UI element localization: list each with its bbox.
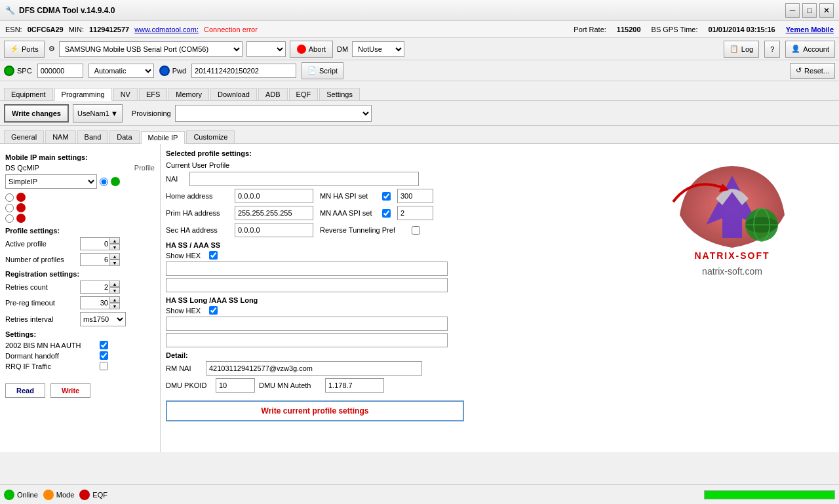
dormant-checkbox[interactable] — [100, 351, 108, 360]
extra-select[interactable] — [246, 41, 286, 57]
hex-input-2[interactable] — [166, 278, 448, 292]
sec-ha-input[interactable] — [235, 223, 313, 237]
num-profiles-up[interactable]: ▲ — [109, 253, 120, 260]
info-bar-right: Port Rate: 115200 BS GPS Time: 01/01/201… — [574, 26, 834, 33]
hex-input-3[interactable] — [166, 317, 448, 331]
subtab-mobileip[interactable]: Mobile IP — [141, 131, 185, 144]
mn-aaa-spi-checkbox[interactable] — [382, 209, 391, 218]
minimize-button[interactable]: ─ — [785, 3, 800, 18]
subtab-band[interactable]: Band — [77, 130, 109, 143]
help-button[interactable]: ? — [764, 41, 780, 58]
rm-nai-input[interactable] — [206, 361, 422, 376]
tab-adb[interactable]: ADB — [258, 88, 288, 100]
hex-input-1[interactable] — [166, 262, 448, 276]
radio-row-1 — [5, 193, 155, 202]
rm-nai-row: RM NAI — [166, 361, 631, 376]
pre-reg-input[interactable] — [80, 296, 109, 309]
profile-radio-2[interactable] — [5, 193, 14, 202]
active-profile-down[interactable]: ▼ — [109, 244, 120, 250]
reset-button[interactable]: ↺ Reset... — [790, 63, 835, 79]
bs-gps-label: BS GPS Time: — [652, 26, 698, 33]
usenam-button[interactable]: UseNam1 ▼ — [73, 104, 123, 123]
dmu-pkoid-input[interactable] — [216, 378, 255, 393]
read-button[interactable]: Read — [5, 383, 45, 398]
num-profiles-label: Number of profiles — [5, 256, 77, 263]
retries-count-down[interactable]: ▼ — [109, 287, 120, 294]
pwd-input[interactable] — [191, 64, 296, 78]
current-profile-label: Current User Profile — [166, 161, 238, 169]
tab-download[interactable]: Download — [210, 88, 257, 100]
active-profile-up[interactable]: ▲ — [109, 237, 120, 244]
website-link[interactable]: www.cdmatool.com: — [134, 26, 199, 33]
active-profile-spinner[interactable]: ▲ ▼ — [80, 237, 120, 250]
pre-reg-down[interactable]: ▼ — [109, 303, 120, 309]
pre-reg-spinner[interactable]: ▲ ▼ — [80, 296, 120, 309]
retries-count-input[interactable] — [80, 281, 109, 294]
account-button[interactable]: 👤 Account — [785, 41, 835, 58]
num-profiles-spinner[interactable]: ▲ ▼ — [80, 253, 120, 266]
retries-count-spinner[interactable]: ▲ ▼ — [80, 281, 120, 294]
app-title: DFS CDMA Tool v.14.9.4.0 — [19, 6, 115, 15]
home-address-row: Home address MN HA SPI set — [166, 189, 631, 203]
window-controls[interactable]: ─ □ ✕ — [785, 3, 834, 18]
profile-radio-4[interactable] — [5, 214, 14, 223]
nai-input[interactable] — [189, 172, 419, 186]
write-profile-button[interactable]: Write current profile settings — [166, 400, 464, 421]
script-button[interactable]: 📄 Script — [302, 62, 343, 79]
rev-tun-checkbox[interactable] — [412, 226, 420, 235]
write-button[interactable]: Write — [50, 383, 90, 398]
show-hex-checkbox-1[interactable] — [209, 251, 218, 260]
subtab-customize[interactable]: Customize — [186, 130, 235, 143]
natrix-logo — [667, 163, 798, 248]
num-profiles-down[interactable]: ▼ — [109, 260, 120, 266]
rrq-checkbox[interactable] — [100, 362, 108, 370]
dmu-mn-auteth-input[interactable] — [325, 378, 384, 393]
profile-radio-1[interactable] — [100, 178, 108, 186]
ports-button[interactable]: ⚡ Ports — [4, 41, 45, 58]
subtab-data[interactable]: Data — [109, 130, 139, 143]
retries-count-up[interactable]: ▲ — [109, 281, 120, 287]
provisioning-select[interactable] — [175, 105, 372, 122]
show-hex-checkbox-2[interactable] — [209, 306, 218, 315]
tab-programming[interactable]: Programming — [54, 88, 112, 101]
pre-reg-up[interactable]: ▲ — [109, 296, 120, 303]
left-panel: Mobile IP main settings: DS QcMIP Profil… — [0, 144, 161, 452]
tab-memory[interactable]: Memory — [168, 88, 209, 100]
home-addr-input[interactable] — [235, 189, 313, 203]
profile-radio-3[interactable] — [5, 204, 14, 212]
carrier-link[interactable]: Yemen Mobile — [786, 26, 834, 33]
maximize-button[interactable]: □ — [802, 3, 817, 18]
automatic-select[interactable]: Automatic — [88, 64, 154, 78]
mn-ha-spi-input[interactable] — [397, 189, 433, 203]
tab-equipment[interactable]: Equipment — [4, 88, 53, 100]
auth-checkbox[interactable] — [100, 341, 108, 349]
ds-qcmip-select[interactable]: SimpleIP — [5, 174, 97, 189]
tab-efs[interactable]: EFS — [139, 88, 167, 100]
num-profiles-input[interactable] — [80, 253, 109, 266]
hex-input-4[interactable] — [166, 333, 448, 347]
hass-long-label: HA SS Long /AAA SS Long — [166, 296, 631, 304]
abort-button[interactable]: Abort — [290, 41, 333, 58]
tab-nv[interactable]: NV — [113, 88, 138, 100]
port-select[interactable]: SAMSUNG Mobile USB Serial Port (COM56) — [59, 41, 243, 57]
mn-aaa-spi-input[interactable] — [397, 206, 433, 220]
tab-settings[interactable]: Settings — [319, 88, 360, 100]
write-changes-button[interactable]: Write changes — [4, 104, 69, 123]
usenam-label: UseNam1 — [77, 109, 109, 117]
info-bar: ESN: 0CFC6A29 MIN: 1129412577 www.cdmato… — [0, 21, 839, 38]
dm-select[interactable]: NotUse — [352, 41, 404, 57]
subtab-general[interactable]: General — [4, 130, 44, 143]
mn-ha-spi-checkbox[interactable] — [382, 192, 391, 201]
subtab-nam[interactable]: NAM — [45, 130, 75, 143]
show-hex-label-2: Show HEX — [166, 307, 205, 315]
spc-input[interactable] — [37, 64, 83, 78]
close-button[interactable]: ✕ — [819, 3, 834, 18]
toolbar: ⚡ Ports ⚙ SAMSUNG Mobile USB Serial Port… — [0, 38, 839, 60]
prim-ha-input[interactable] — [235, 206, 313, 220]
app-icon: 🔧 — [5, 6, 15, 15]
active-profile-input[interactable] — [80, 237, 109, 250]
tab-eqf[interactable]: EQF — [289, 88, 319, 100]
retries-interval-select[interactable]: ms1750 — [80, 312, 126, 326]
min-value: 1129412577 — [89, 26, 129, 33]
log-button[interactable]: 📋 Log — [724, 41, 759, 58]
